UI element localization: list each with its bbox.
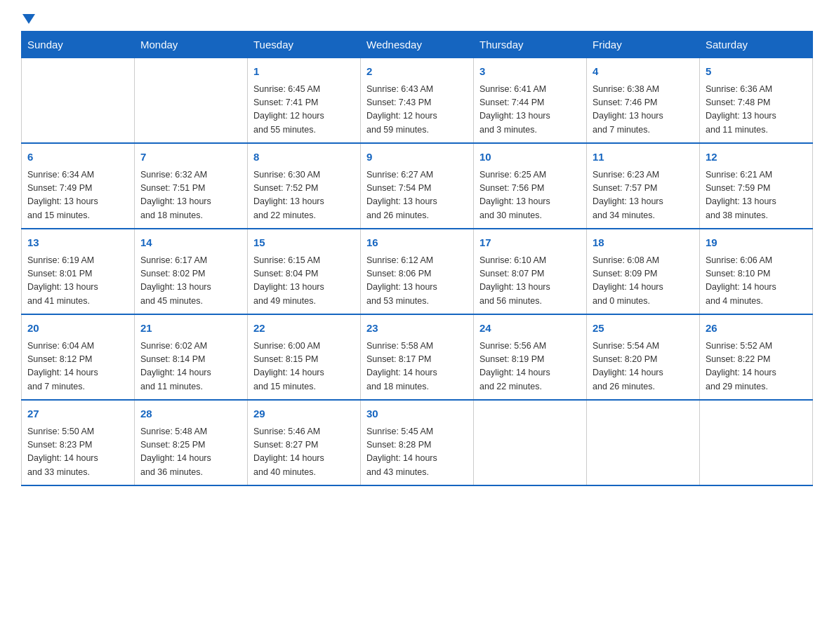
- cell-day-number: 20: [27, 321, 128, 337]
- cell-info-text: Sunrise: 6:06 AM Sunset: 8:10 PM Dayligh…: [706, 254, 807, 309]
- cell-info-text: Sunrise: 6:23 AM Sunset: 7:57 PM Dayligh…: [593, 168, 694, 223]
- cell-day-number: 10: [479, 149, 581, 166]
- calendar-cell: 13Sunrise: 6:19 AM Sunset: 8:01 PM Dayli…: [22, 229, 135, 314]
- calendar-cell: 1Sunrise: 6:45 AM Sunset: 7:41 PM Daylig…: [248, 58, 361, 144]
- cell-info-text: Sunrise: 5:54 AM Sunset: 8:20 PM Dayligh…: [593, 340, 694, 394]
- cell-info-text: Sunrise: 6:19 AM Sunset: 8:01 PM Dayligh…: [27, 254, 128, 309]
- cell-info-text: Sunrise: 6:30 AM Sunset: 7:52 PM Dayligh…: [253, 168, 355, 223]
- cell-day-number: 28: [140, 406, 241, 422]
- calendar-cell: 3Sunrise: 6:41 AM Sunset: 7:44 PM Daylig…: [474, 58, 587, 144]
- calendar-cell: 19Sunrise: 6:06 AM Sunset: 8:10 PM Dayli…: [700, 229, 813, 314]
- cell-day-number: 12: [706, 149, 807, 166]
- cell-day-number: 8: [253, 149, 355, 166]
- cell-info-text: Sunrise: 6:04 AM Sunset: 8:12 PM Dayligh…: [27, 340, 128, 394]
- cell-info-text: Sunrise: 5:52 AM Sunset: 8:22 PM Dayligh…: [706, 340, 807, 394]
- calendar-cell: 5Sunrise: 6:36 AM Sunset: 7:48 PM Daylig…: [700, 58, 813, 144]
- calendar-cell: 11Sunrise: 6:23 AM Sunset: 7:57 PM Dayli…: [587, 143, 700, 229]
- cell-info-text: Sunrise: 6:43 AM Sunset: 7:43 PM Dayligh…: [366, 83, 468, 137]
- cell-day-number: 18: [593, 235, 694, 251]
- calendar-week-2: 6Sunrise: 6:34 AM Sunset: 7:49 PM Daylig…: [22, 143, 813, 229]
- cell-info-text: Sunrise: 6:15 AM Sunset: 8:04 PM Dayligh…: [253, 254, 355, 309]
- cell-day-number: 15: [253, 235, 355, 251]
- calendar-cell: 21Sunrise: 6:02 AM Sunset: 8:14 PM Dayli…: [135, 314, 248, 400]
- cell-day-number: 21: [140, 321, 241, 337]
- cell-info-text: Sunrise: 6:38 AM Sunset: 7:46 PM Dayligh…: [593, 83, 694, 137]
- calendar-cell: 2Sunrise: 6:43 AM Sunset: 7:43 PM Daylig…: [361, 58, 474, 144]
- cell-info-text: Sunrise: 6:00 AM Sunset: 8:15 PM Dayligh…: [253, 340, 355, 394]
- cell-info-text: Sunrise: 6:12 AM Sunset: 8:06 PM Dayligh…: [366, 254, 468, 309]
- cell-day-number: 22: [253, 321, 355, 337]
- calendar-week-1: 1Sunrise: 6:45 AM Sunset: 7:41 PM Daylig…: [22, 58, 813, 144]
- cell-info-text: Sunrise: 6:41 AM Sunset: 7:44 PM Dayligh…: [479, 83, 581, 137]
- cell-day-number: 9: [366, 149, 468, 166]
- cell-info-text: Sunrise: 5:45 AM Sunset: 8:28 PM Dayligh…: [366, 425, 468, 480]
- calendar-week-3: 13Sunrise: 6:19 AM Sunset: 8:01 PM Dayli…: [22, 229, 813, 314]
- calendar-cell: 29Sunrise: 5:46 AM Sunset: 8:27 PM Dayli…: [248, 400, 361, 485]
- cell-info-text: Sunrise: 6:45 AM Sunset: 7:41 PM Dayligh…: [253, 83, 355, 137]
- calendar-cell: [587, 400, 700, 485]
- cell-day-number: 16: [366, 235, 468, 251]
- cell-day-number: 6: [27, 149, 128, 166]
- calendar-cell: 26Sunrise: 5:52 AM Sunset: 8:22 PM Dayli…: [700, 314, 813, 400]
- calendar-cell: 16Sunrise: 6:12 AM Sunset: 8:06 PM Dayli…: [361, 229, 474, 314]
- weekday-header-sunday: Sunday: [22, 32, 135, 58]
- cell-day-number: 1: [253, 64, 355, 80]
- calendar-cell: 7Sunrise: 6:32 AM Sunset: 7:51 PM Daylig…: [135, 143, 248, 229]
- cell-day-number: 13: [27, 235, 128, 251]
- cell-info-text: Sunrise: 6:02 AM Sunset: 8:14 PM Dayligh…: [140, 340, 241, 394]
- cell-day-number: 19: [706, 235, 807, 251]
- calendar-cell: 22Sunrise: 6:00 AM Sunset: 8:15 PM Dayli…: [248, 314, 361, 400]
- calendar-cell: [474, 400, 587, 485]
- calendar-header: SundayMondayTuesdayWednesdayThursdayFrid…: [22, 32, 813, 58]
- calendar-cell: 27Sunrise: 5:50 AM Sunset: 8:23 PM Dayli…: [22, 400, 135, 485]
- weekday-header-thursday: Thursday: [474, 32, 587, 58]
- cell-day-number: 7: [140, 149, 241, 166]
- cell-info-text: Sunrise: 6:21 AM Sunset: 7:59 PM Dayligh…: [706, 168, 807, 223]
- calendar-cell: 4Sunrise: 6:38 AM Sunset: 7:46 PM Daylig…: [587, 58, 700, 144]
- page-header: [21, 14, 813, 24]
- cell-info-text: Sunrise: 5:46 AM Sunset: 8:27 PM Dayligh…: [253, 425, 355, 480]
- weekday-header-friday: Friday: [587, 32, 700, 58]
- calendar-cell: 10Sunrise: 6:25 AM Sunset: 7:56 PM Dayli…: [474, 143, 587, 229]
- cell-info-text: Sunrise: 6:10 AM Sunset: 8:07 PM Dayligh…: [479, 254, 581, 309]
- cell-day-number: 11: [593, 149, 694, 166]
- cell-info-text: Sunrise: 6:08 AM Sunset: 8:09 PM Dayligh…: [593, 254, 694, 309]
- calendar-cell: 28Sunrise: 5:48 AM Sunset: 8:25 PM Dayli…: [135, 400, 248, 485]
- weekday-header-monday: Monday: [135, 32, 248, 58]
- cell-day-number: 23: [366, 321, 468, 337]
- cell-day-number: 2: [366, 64, 468, 80]
- cell-day-number: 5: [706, 64, 807, 80]
- weekday-header-wednesday: Wednesday: [361, 32, 474, 58]
- calendar-week-4: 20Sunrise: 6:04 AM Sunset: 8:12 PM Dayli…: [22, 314, 813, 400]
- cell-day-number: 14: [140, 235, 241, 251]
- cell-info-text: Sunrise: 6:27 AM Sunset: 7:54 PM Dayligh…: [366, 168, 468, 223]
- calendar-cell: 23Sunrise: 5:58 AM Sunset: 8:17 PM Dayli…: [361, 314, 474, 400]
- calendar-cell: 12Sunrise: 6:21 AM Sunset: 7:59 PM Dayli…: [700, 143, 813, 229]
- logo-triangle-icon: [22, 14, 35, 24]
- cell-info-text: Sunrise: 6:36 AM Sunset: 7:48 PM Dayligh…: [706, 83, 807, 137]
- cell-day-number: 25: [593, 321, 694, 337]
- cell-day-number: 26: [706, 321, 807, 337]
- cell-day-number: 3: [479, 64, 581, 80]
- cell-day-number: 29: [253, 406, 355, 422]
- cell-info-text: Sunrise: 5:56 AM Sunset: 8:19 PM Dayligh…: [479, 340, 581, 394]
- weekday-header-tuesday: Tuesday: [248, 32, 361, 58]
- cell-info-text: Sunrise: 6:32 AM Sunset: 7:51 PM Dayligh…: [140, 168, 241, 223]
- calendar-cell: 20Sunrise: 6:04 AM Sunset: 8:12 PM Dayli…: [22, 314, 135, 400]
- calendar-body: 1Sunrise: 6:45 AM Sunset: 7:41 PM Daylig…: [22, 58, 813, 486]
- cell-info-text: Sunrise: 5:48 AM Sunset: 8:25 PM Dayligh…: [140, 425, 241, 480]
- calendar-cell: 24Sunrise: 5:56 AM Sunset: 8:19 PM Dayli…: [474, 314, 587, 400]
- cell-day-number: 27: [27, 406, 128, 422]
- calendar-cell: 25Sunrise: 5:54 AM Sunset: 8:20 PM Dayli…: [587, 314, 700, 400]
- cell-info-text: Sunrise: 6:17 AM Sunset: 8:02 PM Dayligh…: [140, 254, 241, 309]
- calendar-cell: 8Sunrise: 6:30 AM Sunset: 7:52 PM Daylig…: [248, 143, 361, 229]
- calendar-cell: 17Sunrise: 6:10 AM Sunset: 8:07 PM Dayli…: [474, 229, 587, 314]
- calendar-cell: 6Sunrise: 6:34 AM Sunset: 7:49 PM Daylig…: [22, 143, 135, 229]
- cell-info-text: Sunrise: 5:50 AM Sunset: 8:23 PM Dayligh…: [27, 425, 128, 480]
- cell-info-text: Sunrise: 6:25 AM Sunset: 7:56 PM Dayligh…: [479, 168, 581, 223]
- cell-info-text: Sunrise: 6:34 AM Sunset: 7:49 PM Dayligh…: [27, 168, 128, 223]
- cell-day-number: 24: [479, 321, 581, 337]
- logo: [21, 14, 35, 24]
- calendar-cell: 14Sunrise: 6:17 AM Sunset: 8:02 PM Dayli…: [135, 229, 248, 314]
- weekday-row: SundayMondayTuesdayWednesdayThursdayFrid…: [22, 32, 813, 58]
